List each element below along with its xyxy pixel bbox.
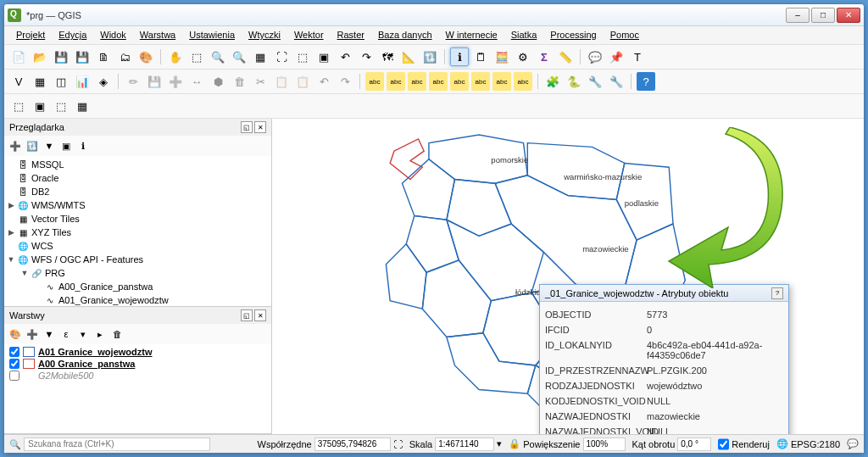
layer-item[interactable]: G2Mobile500 [6, 370, 270, 382]
new-3dview-icon[interactable]: 📐 [399, 47, 418, 66]
pan-selection-icon[interactable]: ⬚ [187, 47, 206, 66]
menu-edycja[interactable]: Edycja [52, 26, 93, 44]
label7-icon[interactable]: abc [492, 72, 511, 91]
browser-undock-icon[interactable]: ◱ [241, 121, 253, 133]
zoom-next-icon[interactable]: ↷ [357, 47, 376, 66]
layers-add-icon[interactable]: ➕ [25, 326, 40, 342]
add-feature-icon[interactable]: ➕ [166, 72, 185, 91]
undo-icon[interactable]: ↶ [314, 72, 333, 91]
field-calc-icon[interactable]: 🧮 [492, 47, 511, 66]
refresh-icon[interactable]: 🔃 [420, 47, 439, 66]
edit-toggle-icon[interactable]: ✏ [124, 72, 142, 91]
tree-item[interactable]: 🗄DB2 [6, 185, 270, 198]
tree-item[interactable]: ▼🔗PRG [6, 266, 270, 280]
tree-item[interactable]: 🗄MSSQL [6, 158, 270, 171]
browser-close-icon[interactable]: ✕ [254, 121, 266, 133]
browser-refresh-icon[interactable]: 🔃 [25, 138, 40, 153]
menu-projekt[interactable]: Projekt [9, 26, 52, 44]
copy-icon[interactable]: 📋 [272, 72, 291, 91]
browser-add-icon[interactable]: ➕ [8, 138, 23, 153]
dialog-help-icon[interactable]: ? [771, 287, 783, 299]
layers-filter-icon[interactable]: ▼ [42, 326, 57, 342]
annotation-icon[interactable]: 📌 [607, 47, 626, 66]
map-canvas[interactable]: pomorskiewarmińsko-mazurskiepodlaskiemaz… [272, 119, 864, 434]
browser-tree[interactable]: 🗄MSSQL🗄Oracle🗄DB2▶🌐WMS/WMTS▦Vector Tiles… [4, 156, 271, 306]
zoom-last-icon[interactable]: ↶ [336, 47, 354, 66]
zoom-selection-icon[interactable]: ⬚ [293, 47, 312, 66]
add-mesh-icon[interactable]: ◫ [52, 72, 70, 91]
tree-item[interactable]: ▦Vector Tiles [6, 212, 270, 226]
add-vector-icon[interactable]: V [9, 72, 28, 91]
tree-item[interactable]: ▶🌐WMS/WMTS [6, 198, 270, 212]
plugin2-icon[interactable]: 🔧 [586, 72, 604, 91]
attributes-icon[interactable]: 🗒 [471, 47, 490, 66]
label4-icon[interactable]: abc [429, 72, 448, 91]
add-csv-icon[interactable]: 📊 [73, 72, 92, 91]
zoomout-icon[interactable]: 🔍 [230, 47, 248, 66]
crs-icon[interactable]: 🌐 [776, 438, 788, 449]
layers-collapse-icon[interactable]: ▸ [92, 326, 108, 342]
zoomin-icon[interactable]: 🔍 [209, 47, 227, 66]
close-button[interactable]: ✕ [837, 8, 860, 23]
paste-icon[interactable]: 📋 [293, 72, 312, 91]
scale-input[interactable] [435, 437, 494, 451]
render-checkbox[interactable] [718, 437, 729, 451]
toolbox-icon[interactable]: ⚙ [514, 47, 532, 66]
deselect-icon[interactable]: ⬚ [52, 97, 70, 115]
new-project-icon[interactable]: 📄 [9, 47, 28, 66]
new-mapview-icon[interactable]: 🗺 [378, 47, 397, 66]
measure-icon[interactable]: 📏 [556, 47, 575, 66]
identify-icon[interactable]: ℹ [450, 47, 469, 66]
menu-pomoc[interactable]: Pomoc [604, 26, 646, 44]
add-virtual-icon[interactable]: ◈ [94, 72, 113, 91]
layers-undock-icon[interactable]: ◱ [241, 309, 253, 321]
browser-props-icon[interactable]: ℹ [75, 138, 91, 153]
layers-style-icon[interactable]: 🎨 [8, 326, 23, 342]
layer-item[interactable]: A01 Granice_wojewodztw [6, 346, 270, 358]
layer-item[interactable]: A00 Granice_panstwa [6, 358, 270, 370]
zoom-input[interactable] [583, 437, 626, 451]
open-project-icon[interactable]: 📂 [31, 47, 49, 66]
layers-close-icon[interactable]: ✕ [254, 309, 266, 321]
menu-warstwa[interactable]: Warstwa [133, 26, 182, 44]
label2-icon[interactable]: abc [387, 72, 405, 91]
rot-input[interactable] [677, 437, 711, 451]
layout-manager-icon[interactable]: 🗂 [115, 47, 134, 66]
zoom-full-icon[interactable]: ⛶ [272, 47, 291, 66]
layers-tree[interactable]: A01 Granice_wojewodztwA00 Granice_panstw… [4, 344, 271, 433]
redo-icon[interactable]: ↷ [336, 72, 354, 91]
layers-remove-icon[interactable]: 🗑 [109, 326, 125, 342]
label5-icon[interactable]: abc [450, 72, 469, 91]
cut-icon[interactable]: ✂ [251, 72, 270, 91]
help-icon[interactable]: ? [637, 72, 655, 91]
menu-raster[interactable]: Raster [331, 26, 371, 44]
label6-icon[interactable]: abc [471, 72, 490, 91]
move-feature-icon[interactable]: ↔ [187, 72, 206, 91]
save-icon[interactable]: 💾 [52, 47, 70, 66]
messages-icon[interactable]: 💬 [847, 438, 859, 449]
select-form-icon[interactable]: ▣ [31, 97, 49, 115]
layers-expand-icon[interactable]: ▾ [75, 326, 91, 342]
menu-baza[interactable]: Baza danych [371, 26, 439, 44]
add-raster-icon[interactable]: ▦ [31, 72, 49, 91]
tree-item[interactable]: 🌐WCS [6, 239, 270, 253]
layout-icon[interactable]: 🗎 [94, 47, 113, 66]
plugin3-icon[interactable]: 🔧 [607, 72, 626, 91]
select-all-icon[interactable]: ▦ [73, 97, 92, 115]
search-input[interactable] [24, 437, 210, 451]
lock-icon[interactable]: 🔒 [509, 438, 520, 449]
pan-icon[interactable]: ✋ [166, 47, 185, 66]
label3-icon[interactable]: abc [408, 72, 426, 91]
menu-wtyczki[interactable]: Wtyczki [242, 26, 287, 44]
node-tool-icon[interactable]: ⬢ [209, 72, 227, 91]
label1-icon[interactable]: abc [365, 72, 384, 91]
stats-icon[interactable]: Σ [535, 47, 554, 66]
menu-internet[interactable]: W internecie [439, 26, 504, 44]
maptips-icon[interactable]: 💬 [586, 47, 604, 66]
text-annotation-icon[interactable]: T [628, 47, 647, 66]
tree-item[interactable]: ▼🌐WFS / OGC API - Features [6, 253, 270, 266]
style-manager-icon[interactable]: 🎨 [136, 47, 155, 66]
menu-ustawienia[interactable]: Ustawienia [182, 26, 242, 44]
browser-filter-icon[interactable]: ▼ [42, 138, 57, 153]
tree-item[interactable]: ▶▦XYZ Tiles [6, 226, 270, 239]
